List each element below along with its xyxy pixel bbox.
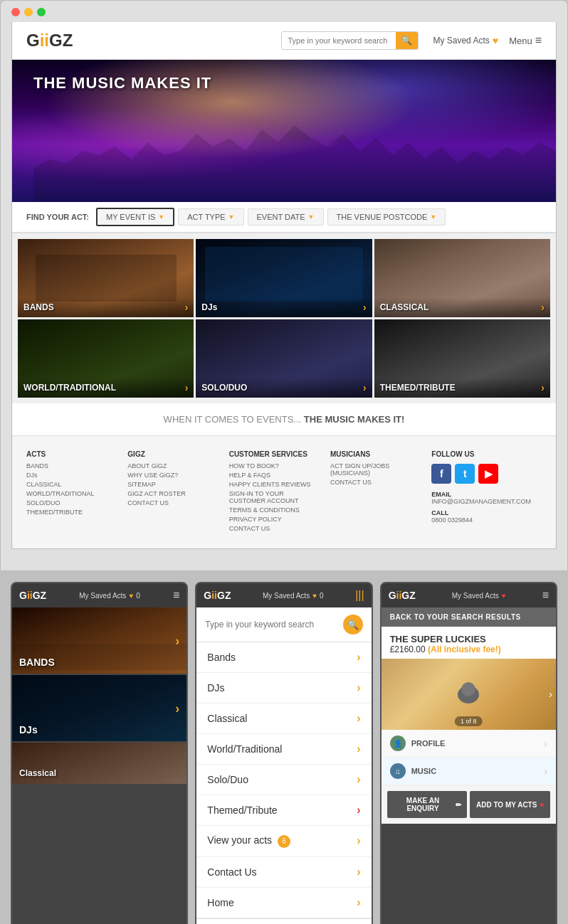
act-info: THE SUPER LUCKIES £2160.00 (All inclusiv… — [382, 627, 556, 659]
image-counter: 1 of 8 — [455, 716, 483, 726]
maximize-button[interactable] — [37, 8, 46, 16]
footer-link-djs[interactable]: DJs — [26, 472, 117, 479]
mobile-logo-right[interactable]: GiiGZ — [389, 590, 416, 601]
footer-link-classical[interactable]: CLASSICAL — [26, 481, 117, 488]
footer-musicians: MUSICIANS ACT SIGN UP/JOBS (MUSICIANS) C… — [330, 450, 421, 534]
mobile-cat-djs[interactable]: DJs › — [12, 675, 186, 743]
minimize-button[interactable] — [24, 8, 33, 16]
footer-link-world[interactable]: WORLD/TRADITIONAL — [26, 490, 117, 497]
email-label: EMAIL — [431, 491, 531, 498]
category-djs[interactable]: DJs › — [196, 239, 372, 317]
arrow-right-icon: › — [541, 382, 545, 393]
footer-customer: CUSTOMER SERVICES HOW TO BOOK? HELP & FA… — [229, 450, 320, 534]
next-image-button[interactable]: › — [549, 689, 552, 700]
footer-signin[interactable]: SIGN-IN TO YOUR CUSTOMER ACCOUNT — [229, 490, 320, 504]
social-follow-section: You can follow us on: f t ▶ — [196, 918, 371, 925]
footer-why[interactable]: WHY USE GiGZ? — [127, 472, 218, 479]
mobile-saved-count-left: 0 — [136, 592, 140, 600]
category-label-bands: BANDS › — [18, 297, 194, 317]
footer-act-signup[interactable]: ACT SIGN UP/JOBS (MUSICIANS) — [330, 462, 421, 477]
twitter-icon[interactable]: t — [455, 464, 475, 484]
mobile-search-button[interactable]: 🔍 — [343, 615, 363, 634]
event-date-filter[interactable]: EVENT DATE ▼ — [248, 208, 324, 225]
make-enquiry-button[interactable]: MAKE AN ENQUIRY ✏ — [387, 791, 468, 818]
mobile-cat-bands[interactable]: BANDS › — [12, 607, 186, 675]
mobile-search-input[interactable] — [205, 620, 337, 630]
footer-sitemap[interactable]: SITEMAP — [127, 481, 218, 488]
youtube-icon[interactable]: ▶ — [478, 464, 498, 484]
footer-how-to-book[interactable]: HOW TO BOOK? — [229, 462, 320, 469]
menu-button[interactable]: Menu ≡ — [509, 34, 542, 47]
mobile-cat-label-bands: BANDS — [19, 657, 55, 668]
act-type-filter[interactable]: ACT TYPE ▼ — [178, 208, 243, 225]
mobile-saved-count-middle: 0 — [320, 592, 324, 600]
site-logo[interactable]: GiiGZ — [26, 31, 73, 51]
category-tribute[interactable]: THEMED/TRIBUTE › — [374, 319, 550, 398]
saved-acts-label: My Saved Acts — [433, 36, 489, 46]
arrow-right-icon: › — [544, 765, 547, 777]
category-solo[interactable]: SOLO/DUO › — [196, 319, 372, 398]
header-search[interactable]: 🔍 — [281, 31, 419, 50]
my-event-is-filter[interactable]: MY EVENT IS ▼ — [96, 208, 174, 226]
footer-link-tribute[interactable]: THEMED/TRIBUTE — [26, 509, 117, 516]
mobile-menu-icon-middle[interactable]: ||| — [355, 589, 364, 602]
mobile-saved-right[interactable]: My Saved Acts ♥ — [452, 592, 506, 600]
footer-link-bands[interactable]: BANDS — [26, 462, 117, 469]
category-bands[interactable]: BANDS › — [18, 239, 194, 317]
tagline-suffix: THE MUSIC MAKES IT! — [304, 414, 405, 425]
mobile-cat-classical[interactable]: Classical — [12, 743, 186, 785]
music-button[interactable]: ♫ MUSIC › — [382, 758, 556, 785]
arrow-right-icon: › — [357, 681, 360, 694]
mobile-header-left: GiiGZ My Saved Acts ♥ 0 ≡ — [12, 583, 186, 607]
footer-link-solo[interactable]: SOLO/DUO — [26, 499, 117, 506]
category-classical[interactable]: CLASSICAL › — [374, 239, 550, 317]
find-act-label: FIND YOUR ACT: — [26, 213, 89, 221]
mobile-logo-middle[interactable]: GiiGZ — [204, 590, 231, 601]
mobile-menu-bands[interactable]: Bands › — [196, 642, 371, 673]
mobile-menu-djs[interactable]: DJs › — [196, 673, 371, 703]
mobile-logo-left[interactable]: GiiGZ — [19, 590, 46, 601]
mobile-menu-icon-right[interactable]: ≡ — [542, 589, 549, 602]
footer-roster[interactable]: GiGZ ACT ROSTER — [127, 490, 218, 497]
facebook-icon[interactable]: f — [431, 464, 451, 484]
mobile-menu-icon-left[interactable]: ≡ — [173, 589, 179, 602]
footer-gigz: GiGZ ABOUT GiGZ WHY USE GiGZ? SITEMAP Gi… — [127, 450, 218, 534]
mobile-saved-middle[interactable]: My Saved Acts ♥ 0 — [263, 592, 324, 600]
call-label: CALL — [431, 509, 531, 516]
footer-contact-gigz[interactable]: CONTACT US — [127, 499, 218, 506]
mobile-device-middle: GiiGZ My Saved Acts ♥ 0 ||| 🔍 Bands › DJ… — [195, 582, 372, 924]
category-world[interactable]: WORLD/TRADITIONAL › — [18, 319, 194, 398]
footer-privacy[interactable]: PRIVACY POLICY — [229, 516, 320, 523]
mobile-menu-world[interactable]: World/Traditional › — [196, 734, 371, 765]
mobile-saved-left[interactable]: My Saved Acts ♥ 0 — [79, 592, 140, 600]
footer-contact-customer[interactable]: CONTACT US — [229, 525, 320, 532]
mobile-menu-solo[interactable]: Solo/Duo › — [196, 765, 371, 795]
main-website: GiiGZ 🔍 My Saved Acts ♥ Menu ≡ THE — [11, 22, 557, 549]
saved-acts-button[interactable]: My Saved Acts ♥ — [433, 35, 498, 46]
footer-follow: FOLLOW US f t ▶ EMAIL INFO@GIGZMANAGEMEN… — [431, 450, 531, 534]
mobile-menu-home[interactable]: Home › — [196, 888, 371, 918]
mobile-menu-view-acts[interactable]: View your acts 6 › — [196, 826, 371, 857]
mobile-search-bar: 🔍 — [196, 607, 371, 642]
venue-postcode-filter[interactable]: THE VENUE POSTCODE ▼ — [327, 208, 446, 225]
mobile-menu-classical[interactable]: Classical › — [196, 703, 371, 734]
add-to-acts-button[interactable]: ADD TO MY ACTS ♥ — [470, 791, 550, 818]
footer-gigz-title: GiGZ — [127, 450, 218, 458]
menu-label: Menu — [509, 36, 532, 46]
footer-faqs[interactable]: HELP & FAQS — [229, 472, 320, 479]
browser-buttons — [11, 8, 557, 16]
arrow-right-icon: › — [357, 651, 360, 664]
footer-about[interactable]: ABOUT GiGZ — [127, 462, 218, 469]
close-button[interactable] — [11, 8, 20, 16]
footer-happy-clients[interactable]: HAPPY CLIENTS REVIEWS — [229, 481, 320, 488]
footer-terms[interactable]: TERMS & CONDITIONS — [229, 506, 320, 514]
profile-button[interactable]: 👤 PROFILE › — [382, 730, 556, 758]
mobile-heart-icon-left: ♥ — [129, 592, 133, 600]
back-to-results-bar[interactable]: BACK TO YOUR SEARCH RESULTS — [382, 607, 556, 627]
mobile-menu-contact[interactable]: Contact Us › — [196, 857, 371, 888]
call-value: 0800 0329844 — [431, 516, 531, 524]
search-input[interactable] — [282, 33, 396, 48]
footer-contact-musicians[interactable]: CONTACT US — [330, 479, 421, 486]
mobile-menu-tribute[interactable]: Themed/Tribute › — [196, 795, 371, 826]
search-button[interactable]: 🔍 — [396, 32, 418, 49]
